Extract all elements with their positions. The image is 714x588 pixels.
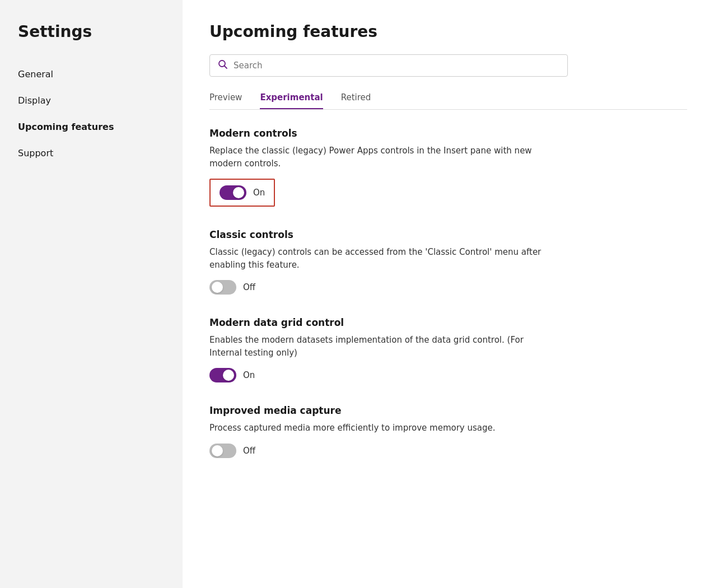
improved-media-capture-toggle-thumb — [212, 445, 223, 456]
modern-data-grid-toggle-row: On — [209, 368, 687, 382]
tab-preview[interactable]: Preview — [209, 92, 242, 109]
modern-controls-toggle-thumb — [233, 187, 244, 198]
tab-experimental[interactable]: Experimental — [260, 92, 323, 109]
feature-classic-controls: Classic controls Classic (legacy) contro… — [209, 229, 687, 295]
feature-improved-media-capture: Improved media capture Process captured … — [209, 405, 687, 458]
search-box — [209, 54, 568, 77]
feature-modern-data-grid: Modern data grid control Enables the mod… — [209, 317, 687, 382]
sidebar-item-upcoming-features[interactable]: Upcoming features — [0, 114, 183, 140]
feature-modern-controls: Modern controls Replace the classic (leg… — [209, 128, 687, 207]
modern-data-grid-toggle[interactable] — [209, 368, 236, 382]
modern-controls-toggle-row: On — [220, 185, 265, 200]
modern-controls-highlight-box: On — [209, 179, 275, 207]
main-content: Upcoming features Preview Experimental R… — [183, 0, 714, 588]
modern-controls-toggle[interactable] — [220, 185, 246, 200]
classic-controls-toggle-thumb — [212, 282, 223, 293]
classic-controls-toggle-row: Off — [209, 280, 687, 295]
sidebar-item-support[interactable]: Support — [0, 140, 183, 166]
sidebar-item-general[interactable]: General — [0, 61, 183, 87]
search-input[interactable] — [234, 60, 559, 71]
improved-media-capture-toggle-row: Off — [209, 444, 687, 458]
search-icon — [218, 59, 228, 72]
classic-controls-toggle[interactable] — [209, 280, 236, 295]
classic-controls-toggle-label: Off — [243, 282, 255, 292]
improved-media-capture-toggle-label: Off — [243, 446, 255, 456]
sidebar-title: Settings — [0, 22, 183, 61]
modern-data-grid-toggle-label: On — [243, 370, 255, 380]
page-title: Upcoming features — [209, 22, 687, 41]
improved-media-capture-toggle[interactable] — [209, 444, 236, 458]
svg-line-1 — [225, 66, 227, 69]
modern-controls-toggle-label: On — [253, 188, 265, 198]
tab-retired[interactable]: Retired — [341, 92, 371, 109]
sidebar-item-display[interactable]: Display — [0, 87, 183, 114]
tabs-container: Preview Experimental Retired — [209, 92, 687, 110]
modern-data-grid-toggle-thumb — [223, 370, 234, 381]
sidebar: Settings General Display Upcoming featur… — [0, 0, 183, 588]
